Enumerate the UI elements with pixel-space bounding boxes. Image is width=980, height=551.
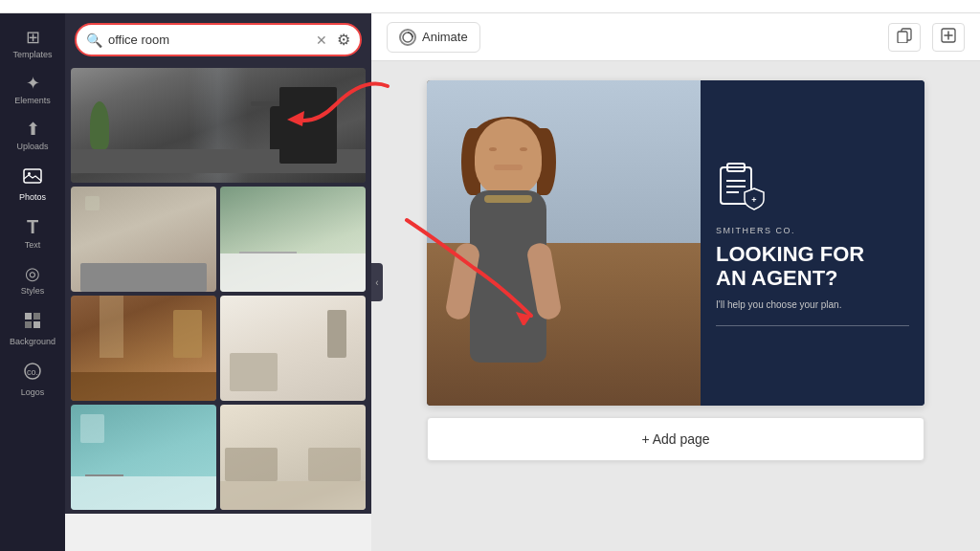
photo-item-7[interactable] xyxy=(220,405,366,510)
photos-grid xyxy=(65,64,371,514)
sidebar-item-uploads[interactable]: ⬆ Uploads xyxy=(0,113,65,159)
search-bar-wrapper: 🔍 ✕ ⚙ xyxy=(65,13,371,64)
badge-icon: + xyxy=(716,160,768,212)
canvas-content: + SMITHERS CO. LOOKING FOR AN AGENT? I'l… xyxy=(371,61,980,551)
photo-item-4[interactable] xyxy=(71,296,216,401)
copy-button[interactable] xyxy=(888,23,921,52)
search-icon: 🔍 xyxy=(86,33,102,48)
search-panel: 🔍 ✕ ⚙ xyxy=(65,13,371,514)
sidebar-label-background: Background xyxy=(10,337,56,346)
sidebar-label-templates: Templates xyxy=(12,50,52,59)
svg-rect-12 xyxy=(898,32,907,43)
main-layout: ⊞ Templates ✦ Elements ⬆ Uploads Photos … xyxy=(0,13,980,551)
photos-icon xyxy=(23,166,42,188)
sidebar-label-styles: Styles xyxy=(21,286,45,296)
svg-rect-3 xyxy=(33,313,40,320)
sidebar-label-uploads: Uploads xyxy=(16,142,48,151)
canvas-area: Animate xyxy=(371,13,980,551)
sidebar-label-logos: Logos xyxy=(21,387,45,397)
canvas-toolbar: Animate xyxy=(371,13,980,61)
divider-line xyxy=(716,325,909,326)
svg-point-1 xyxy=(28,172,31,175)
logos-icon: co. xyxy=(23,362,42,384)
search-filter-button[interactable]: ⚙ xyxy=(337,31,350,49)
main-heading: LOOKING FOR AN AGENT? xyxy=(716,243,909,289)
search-panel-wrapper: 🔍 ✕ ⚙ xyxy=(65,13,371,551)
design-card[interactable]: + SMITHERS CO. LOOKING FOR AN AGENT? I'l… xyxy=(427,80,924,406)
svg-text:+: + xyxy=(751,195,756,205)
search-clear-button[interactable]: ✕ xyxy=(316,33,327,48)
svg-rect-5 xyxy=(33,321,40,328)
photo-item-5[interactable] xyxy=(220,296,366,401)
photo-item-2[interactable] xyxy=(71,187,216,292)
woman-photo xyxy=(427,80,701,406)
sidebar-item-text[interactable]: T Text xyxy=(0,209,65,257)
elements-icon: ✦ xyxy=(26,75,40,92)
svg-rect-2 xyxy=(25,313,32,320)
styles-icon: ◎ xyxy=(25,265,40,282)
sidebar-item-background[interactable]: Background xyxy=(0,303,65,354)
photo-item-6[interactable] xyxy=(71,405,216,510)
woman-head xyxy=(475,119,542,195)
design-text-section: + SMITHERS CO. LOOKING FOR AN AGENT? I'l… xyxy=(701,80,924,406)
top-bar xyxy=(0,0,980,13)
design-photo-section xyxy=(427,80,701,406)
sidebar-item-logos[interactable]: co. Logos xyxy=(0,354,65,405)
animate-icon xyxy=(399,29,416,46)
svg-rect-0 xyxy=(24,169,41,183)
search-input[interactable] xyxy=(108,33,310,47)
add-section-button[interactable] xyxy=(932,23,965,52)
svg-text:co.: co. xyxy=(27,367,38,377)
company-name: SMITHERS CO. xyxy=(716,226,909,235)
design-inner: + SMITHERS CO. LOOKING FOR AN AGENT? I'l… xyxy=(427,80,924,406)
animate-button[interactable]: Animate xyxy=(387,22,480,53)
sidebar-label-text: Text xyxy=(25,240,41,250)
panel-collapse-handle[interactable]: ‹ xyxy=(371,263,383,301)
search-bar-container: 🔍 ✕ ⚙ xyxy=(75,23,362,56)
animate-label: Animate xyxy=(422,30,468,44)
sidebar-label-elements: Elements xyxy=(14,96,51,105)
background-icon xyxy=(23,311,42,333)
text-icon: T xyxy=(27,217,38,236)
photo-item-1[interactable] xyxy=(71,68,366,183)
copy-icon xyxy=(897,28,912,43)
sidebar: ⊞ Templates ✦ Elements ⬆ Uploads Photos … xyxy=(0,13,65,551)
sidebar-item-styles[interactable]: ◎ Styles xyxy=(0,257,65,303)
photo-item-3[interactable] xyxy=(220,187,366,292)
add-page-button[interactable]: + Add page xyxy=(427,417,924,461)
woman-silhouette xyxy=(446,109,599,406)
add-section-icon xyxy=(941,28,956,43)
svg-rect-4 xyxy=(25,321,32,328)
templates-icon: ⊞ xyxy=(26,29,40,46)
sidebar-item-photos[interactable]: Photos xyxy=(0,159,65,209)
uploads-icon: ⬆ xyxy=(26,121,40,138)
sidebar-item-elements[interactable]: ✦ Elements xyxy=(0,67,65,113)
sub-text: I'll help you choose your plan. xyxy=(716,299,909,310)
sidebar-item-templates[interactable]: ⊞ Templates xyxy=(0,21,65,67)
sidebar-label-photos: Photos xyxy=(19,192,46,202)
